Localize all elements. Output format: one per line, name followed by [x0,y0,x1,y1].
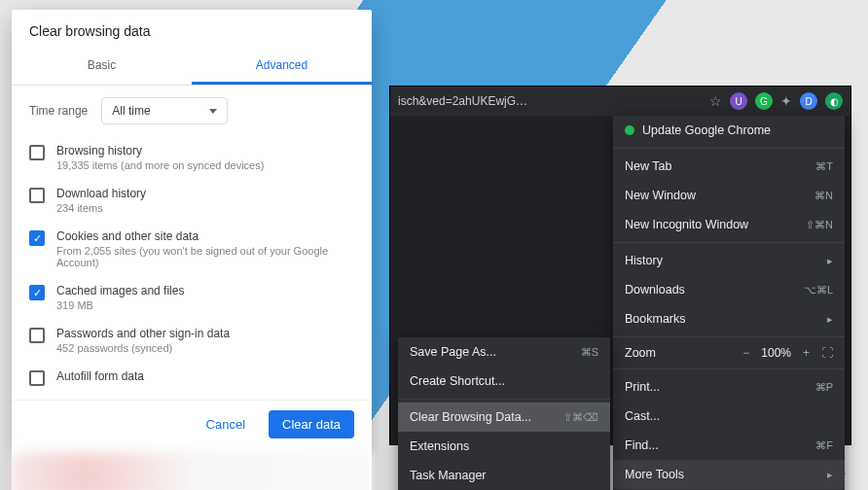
submenu-label: Save Page As... [410,345,496,359]
menu-shortcut: ⌘T [815,160,833,173]
menu-label: Update Google Chrome [642,123,771,137]
menu-label: New Tab [625,159,815,173]
extension-icon[interactable]: U [730,92,747,110]
check-item-subtitle: 452 passwords (synced) [56,342,230,354]
menu-item[interactable]: Print...⌘P [613,372,845,402]
cancel-button[interactable]: Cancel [193,410,259,438]
menu-item[interactable]: Cast... [613,402,845,431]
menu-label: Print... [625,380,815,394]
chevron-right-icon: ▸ [814,469,833,481]
zoom-in-button[interactable]: + [803,346,810,360]
zoom-value: 100% [761,346,791,360]
zoom-out-button[interactable]: − [742,346,749,360]
tab-advanced[interactable]: Advanced [192,49,372,85]
dialog-tabs: Basic Advanced [12,49,372,86]
menu-label: New Incognito Window [625,218,806,231]
checkbox[interactable] [29,145,45,160]
menu-shortcut: ⌘N [814,190,833,202]
chevron-down-icon [209,109,217,114]
check-item-title: Browsing history [56,144,264,158]
check-item-title: Cached images and files [56,284,184,298]
check-item[interactable]: Download history234 items [29,179,354,222]
extensions-icon[interactable]: ✦ [780,93,792,109]
check-item-title: Passwords and other sign-in data [56,327,230,340]
menu-separator [613,336,845,337]
chevron-right-icon: ▸ [814,255,833,267]
menu-item[interactable]: New Window⌘N [613,181,845,210]
checkbox[interactable] [29,328,45,343]
menu-item[interactable]: Downloads⌥⌘L [613,275,845,304]
submenu-item[interactable]: Save Page As...⌘S [398,337,610,367]
menu-item-update-chrome[interactable]: Update Google Chrome [613,116,845,145]
url-text: isch&ved=2ahUKEwjG… [398,94,702,108]
menu-separator [613,242,845,243]
zoom-label: Zoom [625,346,656,360]
submenu-label: Create Shortcut... [410,374,505,388]
clear-browsing-data-dialog: Clear browsing data Basic Advanced Time … [12,10,372,490]
checkbox[interactable] [29,188,45,203]
update-icon[interactable]: ◐ [825,92,843,110]
time-range-label: Time range [29,104,88,118]
check-list: Browsing history19,335 items (and more o… [12,136,372,400]
menu-item[interactable]: History▸ [613,246,845,275]
check-item-title: Cookies and other site data [56,229,354,243]
menu-label: Find... [625,438,815,452]
menu-item[interactable]: New Tab⌘T [613,152,845,181]
address-bar: isch&ved=2ahUKEwjG… ☆ U G ✦ D ◐ [390,87,850,116]
menu-label: Downloads [625,283,804,297]
checkbox[interactable] [29,230,45,246]
menu-item[interactable]: New Incognito Window⇧⌘N [613,210,845,239]
check-item[interactable]: Cookies and other site dataFrom 2,055 si… [29,222,354,276]
menu-shortcut: ⇧⌘N [806,219,833,231]
menu-item[interactable]: More Tools▸ [613,460,845,489]
submenu-item[interactable]: Create Shortcut... [398,367,610,396]
menu-label: History [625,254,814,267]
menu-separator [613,148,845,149]
submenu-label: Clear Browsing Data... [410,410,531,424]
extension-icon[interactable]: G [755,92,773,110]
blurred-region [12,452,372,490]
menu-label: New Window [625,189,814,202]
menu-label: Bookmarks [625,312,814,326]
check-item-subtitle: 319 MB [56,299,184,311]
profile-avatar[interactable]: D [800,92,817,110]
check-item[interactable]: Autofill form data [29,362,354,394]
menu-item[interactable]: Bookmarks▸ [613,304,845,333]
menu-label: Cast... [625,409,833,423]
check-item-subtitle: From 2,055 sites (you won't be signed ou… [56,245,354,268]
menu-item-zoom: Zoom − 100% + ⛶ [613,340,845,366]
menu-separator [613,368,845,369]
time-range-value: All time [112,104,150,118]
menu-shortcut: ⌥⌘L [804,284,833,297]
chrome-main-menu: Update Google Chrome New Tab⌘TNew Window… [613,116,845,490]
submenu-item[interactable]: Extensions [398,432,610,461]
check-item-subtitle: 19,335 items (and more on synced devices… [56,159,264,171]
check-item[interactable]: Browsing history19,335 items (and more o… [29,136,354,179]
tab-basic[interactable]: Basic [12,49,192,85]
star-icon[interactable]: ☆ [709,93,722,109]
check-item[interactable]: Passwords and other sign-in data452 pass… [29,319,354,362]
menu-label: More Tools [625,468,814,481]
checkbox[interactable] [29,285,45,300]
check-item[interactable]: Cached images and files319 MB [29,276,354,319]
menu-separator [398,399,610,400]
menu-shortcut: ⌘F [815,439,833,452]
checkbox[interactable] [29,370,45,386]
menu-item[interactable]: Find...⌘F [613,431,845,460]
submenu-shortcut: ⌘S [581,346,598,359]
submenu-item[interactable]: Task Manager [398,461,610,490]
check-item-title: Download history [56,187,146,200]
time-range-select[interactable]: All time [101,97,228,124]
update-dot-icon [625,125,634,135]
fullscreen-icon[interactable]: ⛶ [821,346,833,360]
dialog-title: Clear browsing data [12,10,372,49]
more-tools-submenu: Save Page As...⌘SCreate Shortcut...Clear… [398,337,610,490]
menu-shortcut: ⌘P [815,381,833,394]
submenu-label: Extensions [410,439,469,453]
clear-data-button[interactable]: Clear data [269,410,354,438]
chevron-right-icon: ▸ [814,313,833,326]
check-item-title: Autofill form data [56,369,144,383]
check-item-subtitle: 234 items [56,202,146,214]
submenu-item[interactable]: Clear Browsing Data...⇧⌘⌫ [398,402,610,432]
submenu-shortcut: ⇧⌘⌫ [563,411,598,424]
